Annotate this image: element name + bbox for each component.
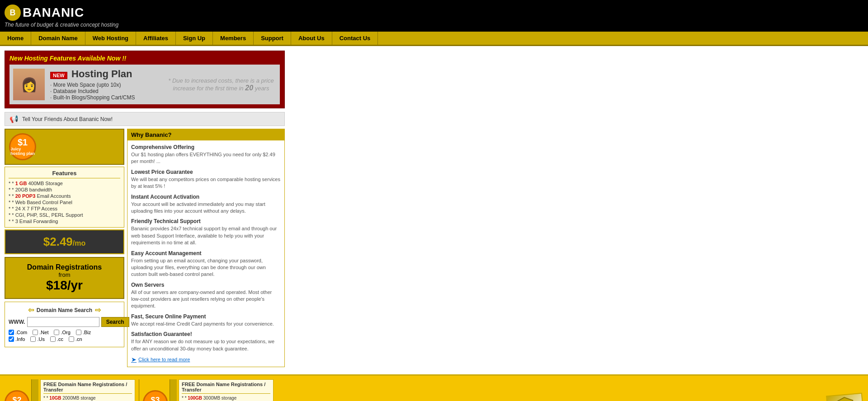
why-heading-price: Lowest Price Guarantee — [131, 169, 281, 175]
nav-link-affiliates[interactable]: Affiliates — [136, 32, 176, 45]
logo-image: B BANANIC — [5, 5, 118, 21]
plan-details: NEW Hosting Plan More Web Space (upto 10… — [50, 68, 160, 101]
search-button[interactable]: Search — [101, 317, 129, 327]
why-item-management: Easy Account Management From setting up … — [131, 250, 281, 278]
www-label: WWW. — [9, 319, 25, 325]
nav-item-support[interactable]: Support — [254, 32, 291, 45]
tld-com[interactable]: .Com — [9, 330, 27, 335]
nav-item-contactus[interactable]: Contact Us — [332, 32, 378, 45]
tell-friends-bar[interactable]: 📢 Tell Your Friends About Bananic Now! — [5, 112, 285, 126]
why-text-management: From setting up an email account, changi… — [131, 257, 281, 278]
why-text-comprehensive: Our $1 hosting plan offers EVERYTHING yo… — [131, 151, 281, 165]
plan2-circle: $2 Juicy — [5, 390, 29, 401]
plan-card-2: $2 Juicy Features FREE Domain Name Regis… — [5, 379, 135, 401]
plan3-features-strip: FREE Domain Name Registrations / Transfe… — [179, 379, 274, 401]
main-nav: Home Domain Name Web Hosting Affiliates … — [0, 32, 868, 46]
plan2-features-tab: Features — [31, 379, 38, 401]
feature-item-1: * 1 GB 400MB Storage — [9, 180, 120, 187]
nav-list: Home Domain Name Web Hosting Affiliates … — [0, 32, 868, 45]
plan-feature-3: Built-In Blogs/Shopping Cart/CMS — [50, 94, 160, 101]
nav-item-members[interactable]: Members — [213, 32, 254, 45]
tld-info[interactable]: .Info — [9, 336, 25, 342]
why-text-activation: Your account will be activated immediate… — [131, 201, 281, 215]
header: B BANANIC The future of budget & creativ… — [0, 0, 868, 32]
tld-org[interactable]: .Org — [54, 330, 70, 335]
plan3-feat-1: * 100GB 3000MB storage — [182, 395, 270, 401]
logo-tagline: The future of budget & creative concept … — [5, 22, 118, 28]
tld-cn[interactable]: .cn — [69, 336, 82, 342]
tld-biz[interactable]: .Biz — [76, 330, 91, 335]
nav-link-signup[interactable]: Sign Up — [176, 32, 213, 45]
bottom-strip: $2 Juicy Features FREE Domain Name Regis… — [0, 374, 868, 401]
why-heading-activation: Instant Account Activation — [131, 194, 281, 200]
nav-link-members[interactable]: Members — [213, 32, 254, 45]
why-heading-payment: Fast, Secure Online Payment — [131, 313, 281, 320]
juicy-dollar: $1 — [18, 138, 28, 147]
nav-link-domain[interactable]: Domain Name — [31, 32, 85, 45]
domain-reg-title: Domain Registrations — [11, 263, 118, 271]
logo-letter: B — [10, 8, 16, 18]
plan3-features-title: FREE Domain Name Registrations / Transfe… — [182, 382, 270, 394]
right-arrows-icon: ⇨ — [95, 306, 101, 314]
why-item-servers: Own Servers All of our servers are compa… — [131, 282, 281, 310]
nav-item-webhosting[interactable]: Web Hosting — [85, 32, 136, 45]
person-image: 👩 — [13, 69, 45, 100]
domain-search-row: WWW. Search — [9, 317, 120, 327]
why-text-price: We will beat any competitors prices on c… — [131, 176, 281, 190]
click-here-link[interactable]: ➤ Click here to read more — [131, 356, 281, 363]
plan-feature-1: More Web Space (upto 10x) — [50, 82, 160, 88]
person-silhouette: 👩 — [13, 69, 45, 100]
search-input[interactable] — [27, 317, 99, 327]
plan2-feat-1: * 10GB 2000MB storage — [43, 395, 132, 401]
why-text-satisfaction: If for ANY reason we do not measure up t… — [131, 338, 281, 352]
feature-item-4: * Web Based Control Panel — [9, 199, 120, 205]
new-badge: NEW — [50, 72, 67, 79]
nav-item-signup[interactable]: Sign Up — [176, 32, 213, 45]
plan2-left: $2 Juicy — [5, 379, 29, 401]
price-value: $2.49 — [43, 235, 73, 248]
nav-link-contactus[interactable]: Contact Us — [332, 32, 378, 45]
juicy-plan-box: $1 Juicyhosting plan — [5, 129, 124, 165]
features-why-section: $1 Juicyhosting plan Features * 1 GB 400… — [5, 129, 285, 367]
plan3-features-list: * 100GB 3000MB storage * 150GB bandwidth… — [182, 395, 270, 401]
why-item-comprehensive: Comprehensive Offering Our $1 hosting pl… — [131, 144, 281, 165]
tld-us[interactable]: .Us — [30, 336, 45, 342]
nav-link-support[interactable]: Support — [254, 32, 291, 45]
why-heading-servers: Own Servers — [131, 282, 281, 288]
logo-circle: B — [5, 5, 21, 21]
plan-features-list: More Web Space (upto 10x) Database Inclu… — [50, 82, 160, 101]
click-here-arrow-icon: ➤ — [131, 356, 137, 363]
nav-link-home[interactable]: Home — [0, 32, 31, 45]
nav-item-aboutus[interactable]: About Us — [291, 32, 332, 45]
domain-search-title: ⇦ Domain Name Search ⇨ — [9, 306, 120, 314]
plan3-features-tab: Features — [170, 379, 177, 401]
security-badge: SSL Digitally VerifiedSecure256 bit SSL — [826, 393, 865, 401]
feature-item-2: * 20GB bandwidth — [9, 187, 120, 193]
features-list: * 1 GB 400MB Storage * 20GB bandwidth * … — [9, 180, 120, 224]
why-title: Why Bananic? — [127, 129, 284, 140]
why-content: Comprehensive Offering Our $1 hosting pl… — [127, 140, 284, 367]
tld-cc[interactable]: .cc — [50, 336, 63, 342]
svg-marker-0 — [836, 396, 854, 401]
logo-area: B BANANIC The future of budget & creativ… — [5, 5, 118, 28]
tld-net[interactable]: .Net — [33, 330, 48, 335]
why-item-payment: Fast, Secure Online Payment We accept re… — [131, 313, 281, 327]
why-text-payment: We accept real-time Credit Card payments… — [131, 321, 281, 327]
main-wrapper: New Hosting Features Available Now !! 👩 … — [0, 46, 868, 374]
tell-friends-text: Tell Your Friends About Bananic Now! — [22, 116, 113, 122]
plan-card-3: $3 Juicy Features FREE Domain Name Regis… — [143, 379, 274, 401]
plan3-left: $3 Juicy — [143, 379, 168, 401]
nav-item-domain[interactable]: Domain Name — [31, 32, 85, 45]
nav-item-affiliates[interactable]: Affiliates — [136, 32, 176, 45]
nav-link-aboutus[interactable]: About Us — [291, 32, 332, 45]
juicy-circle: $1 Juicyhosting plan — [9, 133, 36, 160]
price-box: $2.49/mo — [5, 229, 124, 254]
domain-reg-box: Domain Registrations from $18/yr — [5, 257, 124, 299]
domain-reg-from: from — [11, 271, 118, 278]
megaphone-icon: 📢 — [9, 115, 19, 123]
features-list-box: Features * 1 GB 400MB Storage * 20GB ban… — [5, 167, 124, 228]
nav-link-webhosting[interactable]: Web Hosting — [85, 32, 136, 45]
nav-item-home[interactable]: Home — [0, 32, 31, 45]
left-column: New Hosting Features Available Now !! 👩 … — [0, 46, 289, 374]
hosting-plan-box: 👩 NEW Hosting Plan More Web Space (upto … — [9, 65, 280, 104]
